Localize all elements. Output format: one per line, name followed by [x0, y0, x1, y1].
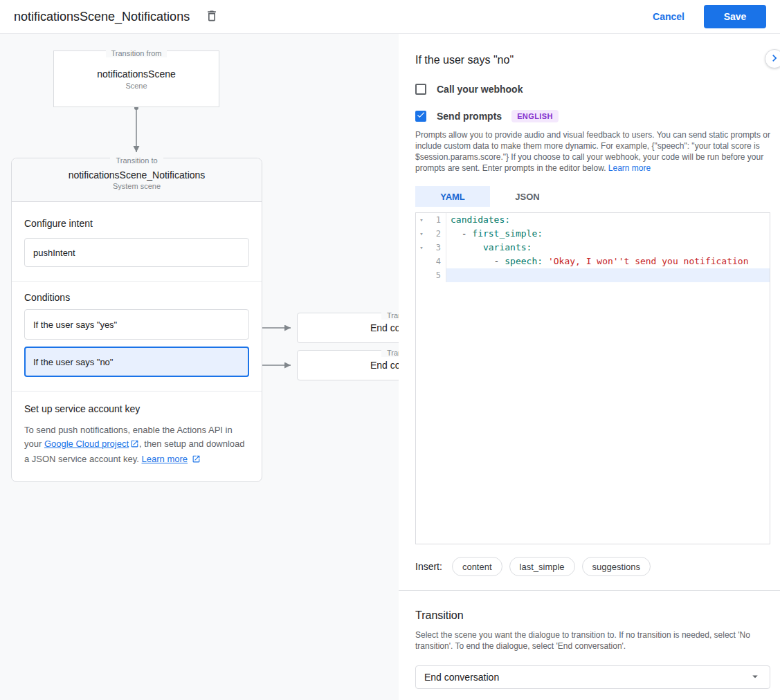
page-title: notificationsScene_Notifications — [14, 10, 190, 24]
send-prompts-checkbox-label: Send prompts — [437, 111, 502, 122]
line-number: 4 — [427, 255, 446, 268]
editor-line[interactable]: 4 - speech: 'Okay, I won''t send you not… — [416, 255, 770, 268]
conditions-heading: Conditions — [24, 291, 249, 304]
editor-gutter: ▾1 — [416, 213, 446, 227]
insert-suggestions-chip[interactable]: suggestions — [582, 557, 651, 576]
webhook-checkbox-row[interactable]: Call your webhook — [415, 84, 770, 95]
google-cloud-project-link[interactable]: Google Cloud project — [44, 439, 129, 449]
editor-gutter: ▾3 — [416, 241, 446, 255]
from-scene-node[interactable]: Transition from notificationsScene Scene — [53, 50, 219, 107]
transition-description: Select the scene you want the dialogue t… — [415, 629, 770, 652]
webhook-checkbox[interactable] — [415, 84, 426, 95]
webhook-checkbox-label: Call your webhook — [437, 84, 523, 95]
tab-yaml[interactable]: YAML — [415, 186, 490, 207]
code-line[interactable]: - speech: 'Okay, I won''t send you notif… — [446, 255, 770, 268]
open-in-new-icon[interactable] — [130, 439, 139, 452]
top-bar: notificationsScene_Notifications Cancel … — [0, 0, 780, 34]
card-divider — [12, 391, 262, 392]
editor-line[interactable]: ▾1 candidates: — [416, 213, 770, 227]
condition-item-yes[interactable]: If the user says "yes" — [24, 309, 249, 340]
transition-select[interactable]: End conversation — [415, 665, 770, 689]
end-node-1-label: End conversation — [370, 322, 399, 333]
transition-heading: Transition — [415, 609, 770, 623]
scene-card-title: notificationsScene_Notifications — [12, 169, 262, 181]
tab-json[interactable]: JSON — [490, 186, 565, 207]
insert-row: Insert: content last_simple suggestions — [415, 557, 770, 576]
service-key-text: To send push notifications, enable the A… — [24, 423, 249, 468]
editor-gutter: 5 — [416, 268, 446, 282]
collapse-panel-button[interactable] — [765, 49, 780, 68]
insert-last-simple-chip[interactable]: last_simple — [509, 557, 575, 576]
code-line[interactable]: variants: — [446, 241, 770, 255]
end-node-2-badge: Transition to — [298, 346, 399, 358]
prompts-description: Prompts allow you to provide audio and v… — [415, 129, 770, 174]
scene-card-subtitle: System scene — [12, 182, 262, 190]
prompt-code-editor[interactable]: ▾1 candidates: ▾2 - first_simple: ▾3 var… — [415, 212, 770, 544]
prompts-section: If the user says "no" Call your webhook … — [399, 53, 780, 576]
line-number: 1 — [427, 213, 446, 227]
from-node-title: notificationsScene — [97, 68, 176, 80]
scene-card[interactable]: Transition to notificationsScene_Notific… — [11, 158, 262, 482]
editor-gutter: 4 — [416, 255, 446, 268]
card-divider — [12, 281, 262, 282]
code-line[interactable]: candidates: — [446, 213, 770, 227]
line-number: 2 — [427, 227, 446, 241]
end-node-1-badge: Transition to — [298, 308, 399, 321]
editor-line[interactable]: ▾3 variants: — [416, 241, 770, 255]
transition-section: Transition Select the scene you want the… — [399, 609, 780, 689]
end-conversation-node-2[interactable]: Transition to End conversation — [297, 350, 399, 380]
code-line[interactable]: - first_simple: — [446, 227, 770, 241]
save-button[interactable]: Save — [704, 5, 766, 28]
fold-toggle-icon[interactable]: ▾ — [416, 241, 427, 255]
chevron-right-icon — [768, 51, 780, 67]
language-badge: ENGLISH — [511, 110, 559, 122]
scene-card-header: notificationsScene_Notifications System … — [12, 158, 262, 202]
code-line[interactable] — [446, 268, 770, 282]
insert-content-chip[interactable]: content — [452, 557, 502, 576]
line-number: 5 — [427, 268, 446, 282]
configure-intent-heading: Configure intent — [24, 217, 249, 230]
fold-toggle-icon[interactable]: ▾ — [416, 213, 427, 227]
from-node-subtitle: Scene — [125, 82, 147, 90]
editor-line-active[interactable]: 5 — [416, 268, 770, 282]
panel-title: If the user says "no" — [415, 53, 770, 67]
end-node-2-label: End conversation — [370, 360, 399, 371]
condition-detail-panel: If the user says "no" Call your webhook … — [399, 34, 780, 700]
scene-diagram-canvas[interactable]: Transition from notificationsScene Scene… — [0, 34, 399, 700]
dropdown-caret-icon — [749, 670, 761, 685]
scene-card-body: Configure intent pushIntent Conditions I… — [12, 217, 262, 481]
transition-selected-value: End conversation — [424, 672, 749, 683]
open-in-new-icon[interactable] — [192, 454, 201, 468]
send-prompts-checkbox-row[interactable]: Send prompts ENGLISH — [415, 110, 770, 122]
from-node-badge: Transition from — [54, 46, 219, 59]
intent-item[interactable]: pushIntent — [24, 238, 249, 267]
editor-gutter: ▾2 — [416, 227, 446, 241]
condition-item-no[interactable]: If the user says "no" — [24, 347, 249, 377]
editor-line[interactable]: ▾2 - first_simple: — [416, 227, 770, 241]
line-number: 3 — [427, 241, 446, 255]
editor-format-tabs: YAML JSON — [415, 186, 770, 207]
trash-icon — [205, 9, 219, 25]
section-divider — [399, 590, 780, 591]
prompts-learn-more-link[interactable]: Learn more — [608, 163, 651, 173]
check-icon — [416, 110, 426, 122]
learn-more-link[interactable]: Learn more — [142, 454, 188, 464]
end-conversation-node-1[interactable]: Transition to End conversation — [297, 313, 399, 343]
editor-empty-area[interactable] — [416, 282, 770, 544]
delete-scene-button[interactable] — [202, 7, 221, 26]
fold-toggle-icon[interactable]: ▾ — [416, 227, 427, 241]
service-key-heading: Set up service account key — [24, 403, 249, 415]
insert-label: Insert: — [415, 561, 442, 572]
cancel-button[interactable]: Cancel — [653, 11, 684, 22]
send-prompts-checkbox[interactable] — [415, 111, 426, 122]
